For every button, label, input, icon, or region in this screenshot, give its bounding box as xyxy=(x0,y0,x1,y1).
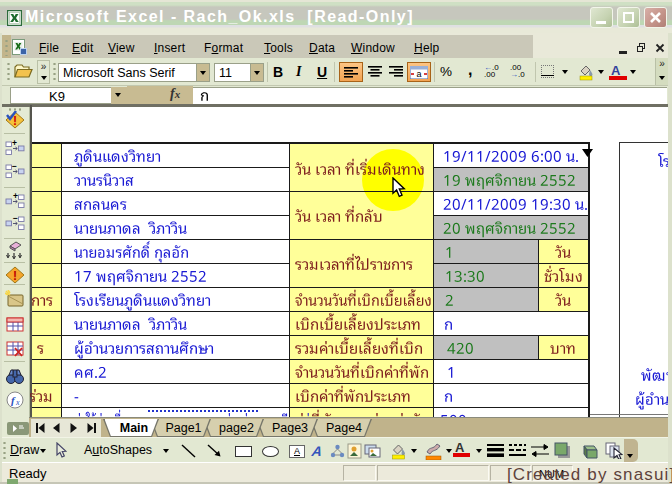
svg-text:a: a xyxy=(416,69,421,79)
svg-text:−: − xyxy=(13,214,18,223)
svg-text:!: ! xyxy=(13,269,17,283)
svg-text:x: x xyxy=(15,398,20,407)
svg-text:+: + xyxy=(12,139,17,148)
svg-text:−: − xyxy=(12,162,17,171)
svg-text:+: + xyxy=(13,192,18,201)
